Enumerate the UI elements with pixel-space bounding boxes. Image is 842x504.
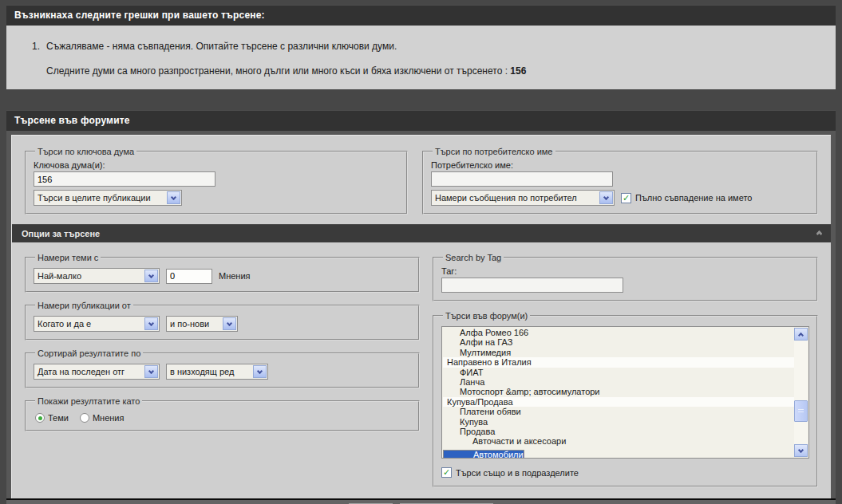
search-module-title: Търсене във форумите <box>6 110 836 131</box>
chevron-down-icon <box>599 191 613 204</box>
show-results-legend: Покажи резултатите като <box>35 396 142 406</box>
keyword-input[interactable] <box>34 171 215 187</box>
show-as-threads-label: Теми <box>48 413 69 423</box>
date-direction-select[interactable]: и по-нови <box>166 316 238 332</box>
username-search-type-select-value: Намери съобщения по потребител <box>432 193 599 203</box>
exact-name-checkbox[interactable]: ✓ Пълно съвпадение на името <box>621 193 752 203</box>
tag-fieldset: Search by Tag Таг: <box>433 253 818 301</box>
keyword-label: Ключова дума(и): <box>34 160 399 170</box>
chevron-down-icon <box>223 317 236 330</box>
username-search-type-select[interactable]: Намери съобщения по потребител <box>431 190 615 206</box>
scroll-up-icon[interactable] <box>794 328 808 341</box>
exact-name-checkbox-label: Пълно съвпадение на името <box>635 193 752 203</box>
scroll-down-icon[interactable] <box>794 444 808 457</box>
search-type-select-value: Търси в целите публикации <box>34 193 166 203</box>
sort-by-select[interactable]: Дата на последен отг <box>34 364 160 380</box>
replies-count-input[interactable] <box>166 269 212 284</box>
forum-option[interactable]: Купува <box>443 417 794 427</box>
show-as-posts-radio[interactable]: Мнения <box>80 413 125 423</box>
forum-option[interactable]: ФИАТ <box>443 368 794 377</box>
date-select[interactable]: Когато и да е <box>34 316 160 332</box>
scrollbar-track[interactable] <box>794 341 808 444</box>
forum-option[interactable]: Платени обяви <box>443 407 794 416</box>
forum-option[interactable]: Мотоспорт &amp; автосимулатори <box>443 387 794 396</box>
username-fieldset: Търси по потребителско име Потребителско… <box>422 147 818 215</box>
collapse-icon[interactable] <box>817 233 821 234</box>
forum-option[interactable]: Алфа Ромео 166 <box>443 328 794 337</box>
chevron-down-icon <box>144 270 158 282</box>
error-excluded-words: Следните думи са много разпространени, м… <box>46 65 526 77</box>
chevron-down-icon <box>167 191 180 204</box>
replies-comparison-select[interactable]: Най-малко <box>34 268 160 284</box>
username-fieldset-legend: Търси по потребителско име <box>433 147 555 156</box>
forum-option[interactable]: Алфи на ГАЗ <box>443 337 794 347</box>
sort-order-select[interactable]: в низходящ ред <box>166 364 268 380</box>
tag-legend: Search by Tag <box>443 253 504 262</box>
show-as-posts-label: Мнения <box>93 413 125 423</box>
forum-option[interactable]: Купува/Продава <box>443 397 808 407</box>
find-threads-legend: Намери теми с <box>35 253 101 262</box>
error-item-number: 1. <box>29 41 46 77</box>
footer-bar: Търси Reset на полетата <box>6 498 836 504</box>
chevron-down-icon <box>144 365 158 378</box>
forum-option[interactable]: Автомобили <box>443 450 524 459</box>
sort-legend: Сортирай резултатите по <box>35 348 143 358</box>
tag-label: Таг: <box>441 266 809 276</box>
error-panel-body: 1. Съжаляваме - няма съвпадения. Опитайт… <box>6 26 836 89</box>
forum-listbox[interactable]: Алфа Ромео 166Алфи на ГАЗМултимедияНапра… <box>441 326 809 459</box>
sort-by-select-value: Дата на последен отг <box>34 367 144 376</box>
show-results-fieldset: Покажи резултатите като Теми Мнения <box>25 396 420 431</box>
find-posts-legend: Намери публикации от <box>35 301 133 310</box>
keyword-fieldset: Търси по ключова дума Ключова дума(и): Т… <box>25 147 408 215</box>
find-posts-fieldset: Намери публикации от Когато и да е и по-… <box>25 301 420 341</box>
replies-comparison-select-value: Най-малко <box>34 271 144 281</box>
forum-option[interactable]: Направено в Италия <box>443 357 808 367</box>
keyword-fieldset-legend: Търси по ключова дума <box>35 147 136 156</box>
excluded-words-text: Следните думи са много разпространени, м… <box>46 65 510 77</box>
forum-option[interactable]: Продава <box>443 427 794 436</box>
username-input[interactable] <box>431 171 613 187</box>
options-bar: Опции за търсене <box>12 224 831 242</box>
find-threads-fieldset: Намери теми с Най-малко Мнения <box>25 253 420 293</box>
search-subforums-checkbox-label: Търси също и в подразделите <box>456 468 579 478</box>
scrollbar-thumb[interactable] <box>794 400 808 422</box>
search-module: Търсене във форумите Търси по ключова ду… <box>6 110 836 504</box>
replies-suffix-label: Мнения <box>219 271 251 281</box>
search-subforums-checkbox[interactable]: ✓ Търси също и в подразделите <box>441 467 579 478</box>
search-panel: Търси по ключова дума Ключова дума(и): Т… <box>11 135 831 498</box>
error-message: Съжаляваме - няма съвпадения. Опитайте т… <box>46 41 526 52</box>
forums-fieldset: Търси във форум(и) Алфа Ромео 166Алфи на… <box>433 311 818 487</box>
checkbox-icon: ✓ <box>621 193 631 203</box>
error-panel-title: Възникнаха следните грешки при вашето тъ… <box>6 5 836 26</box>
date-direction-select-value: и по-нови <box>167 319 222 329</box>
forum-option[interactable]: Мултимедия <box>443 348 794 357</box>
chevron-down-icon <box>144 317 158 330</box>
scrollbar[interactable] <box>794 328 808 457</box>
forum-option[interactable]: Авточасти и аксесоари <box>443 436 794 446</box>
radio-icon <box>80 413 89 423</box>
page: Възникнаха следните грешки при вашето тъ… <box>0 0 842 504</box>
forums-legend: Търси във форум(и) <box>443 311 530 321</box>
chevron-down-icon <box>253 365 267 378</box>
error-panel: Възникнаха следните грешки при вашето тъ… <box>6 5 836 89</box>
options-bar-title: Опции за търсене <box>22 229 100 238</box>
checkbox-icon: ✓ <box>441 467 452 478</box>
username-label: Потребителско име: <box>431 160 809 170</box>
excluded-words-value: 156 <box>510 65 526 77</box>
radio-icon <box>35 413 45 423</box>
sort-order-select-value: в низходящ ред <box>167 367 252 376</box>
sort-fieldset: Сортирай резултатите по Дата на последен… <box>25 348 420 388</box>
tag-input[interactable] <box>441 278 623 293</box>
forum-option[interactable]: Ланча <box>443 377 794 387</box>
show-as-threads-radio[interactable]: Теми <box>35 413 69 423</box>
search-type-select[interactable]: Търси в целите публикации <box>34 190 182 206</box>
date-select-value: Когато и да е <box>34 319 144 329</box>
